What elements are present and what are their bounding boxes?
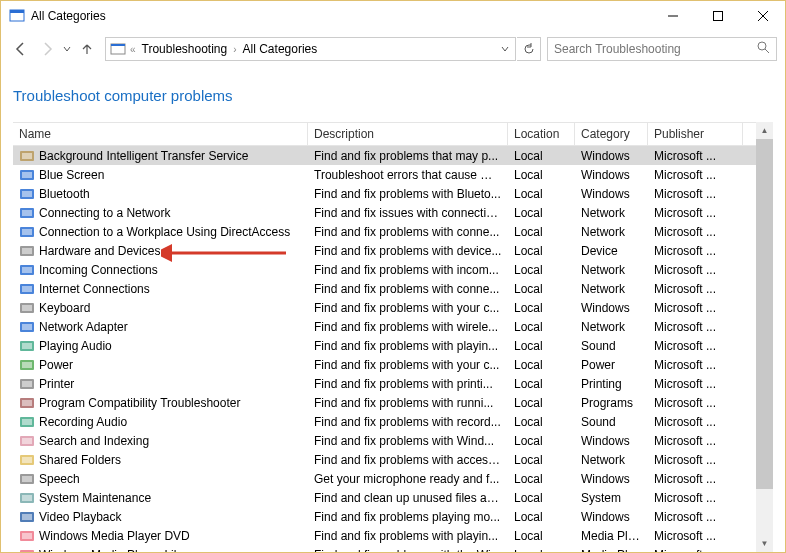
maximize-button[interactable] [695, 1, 740, 31]
page-title: Troubleshoot computer problems [13, 87, 773, 104]
row-pub: Microsoft ... [648, 453, 743, 467]
net-icon [19, 281, 35, 297]
up-button[interactable] [75, 37, 99, 61]
blue-icon [19, 167, 35, 183]
row-cat: System [575, 491, 648, 505]
table-row[interactable]: Internet ConnectionsFind and fix problem… [13, 279, 756, 298]
row-name: Video Playback [39, 510, 122, 524]
svg-line-9 [765, 49, 769, 53]
mic-icon [19, 471, 35, 487]
forward-button[interactable] [35, 37, 59, 61]
svg-point-8 [758, 42, 766, 50]
table-row[interactable]: Playing AudioFind and fix problems with … [13, 336, 756, 355]
row-pub: Microsoft ... [648, 377, 743, 391]
column-location[interactable]: Location [508, 123, 575, 145]
srch-icon [19, 433, 35, 449]
column-name[interactable]: Name [13, 123, 308, 145]
table-row[interactable]: Shared FoldersFind and fix problems with… [13, 450, 756, 469]
scroll-up-button[interactable]: ▲ [756, 122, 773, 139]
row-desc: Find and fix problems with access... [308, 453, 508, 467]
address-bar[interactable]: « Troubleshooting › All Categories [105, 37, 516, 61]
row-desc: Find and fix problems with runni... [308, 396, 508, 410]
row-desc: Find and fix problems with your c... [308, 358, 508, 372]
row-pub: Microsoft ... [648, 434, 743, 448]
row-cat: Media Pla... [575, 529, 648, 543]
table-row[interactable]: Windows Media Player LibraryFind and fix… [13, 545, 756, 552]
row-pub: Microsoft ... [648, 358, 743, 372]
row-cat: Sound [575, 339, 648, 353]
table-row[interactable]: Connecting to a NetworkFind and fix issu… [13, 203, 756, 222]
troubleshooter-list: Name Description Location Category Publi… [13, 122, 756, 552]
svg-rect-41 [22, 438, 32, 444]
table-row[interactable]: Video PlaybackFind and fix problems play… [13, 507, 756, 526]
breadcrumb-root[interactable]: Troubleshooting [140, 42, 230, 56]
snd-icon [19, 414, 35, 430]
row-desc: Find and fix problems with Wind... [308, 434, 508, 448]
table-row[interactable]: SpeechGet your microphone ready and f...… [13, 469, 756, 488]
column-description[interactable]: Description [308, 123, 508, 145]
row-cat: Network [575, 453, 648, 467]
row-cat: Network [575, 320, 648, 334]
table-row[interactable]: BluetoothFind and fix problems with Blue… [13, 184, 756, 203]
svg-rect-21 [22, 248, 32, 254]
row-name: Blue Screen [39, 168, 104, 182]
row-loc: Local [508, 453, 575, 467]
svg-rect-47 [22, 495, 32, 501]
table-row[interactable]: KeyboardFind and fix problems with your … [13, 298, 756, 317]
table-row[interactable]: PowerFind and fix problems with your c..… [13, 355, 756, 374]
control-panel-icon [110, 41, 126, 57]
row-loc: Local [508, 377, 575, 391]
search-input[interactable]: Search Troubleshooting [547, 37, 777, 61]
close-button[interactable] [740, 1, 785, 31]
window-title: All Categories [31, 9, 650, 23]
table-row[interactable]: Search and IndexingFind and fix problems… [13, 431, 756, 450]
row-pub: Microsoft ... [648, 339, 743, 353]
table-row[interactable]: Recording AudioFind and fix problems wit… [13, 412, 756, 431]
refresh-button[interactable] [517, 37, 541, 61]
hw-icon [19, 243, 35, 259]
row-desc: Find and fix problems with Blueto... [308, 187, 508, 201]
recent-locations-button[interactable] [61, 45, 73, 53]
net-icon [19, 224, 35, 240]
row-loc: Local [508, 339, 575, 353]
table-row[interactable]: System MaintenanceFind and clean up unus… [13, 488, 756, 507]
breadcrumb-current[interactable]: All Categories [241, 42, 320, 56]
row-desc: Find and fix problems with device... [308, 244, 508, 258]
row-desc: Find and fix problems with conne... [308, 225, 508, 239]
row-cat: Windows [575, 149, 648, 163]
scroll-down-button[interactable]: ▼ [756, 535, 773, 552]
column-publisher[interactable]: Publisher [648, 123, 743, 145]
row-name: Incoming Connections [39, 263, 158, 277]
table-row[interactable]: Windows Media Player DVDFind and fix pro… [13, 526, 756, 545]
row-pub: Microsoft ... [648, 244, 743, 258]
row-name: Shared Folders [39, 453, 121, 467]
table-row[interactable]: Background Intelligent Transfer ServiceF… [13, 146, 756, 165]
row-desc: Find and fix problems that may p... [308, 149, 508, 163]
column-category[interactable]: Category [575, 123, 648, 145]
snd-icon [19, 338, 35, 354]
svg-rect-49 [22, 514, 32, 520]
back-button[interactable] [9, 37, 33, 61]
scroll-track[interactable] [756, 139, 773, 535]
minimize-button[interactable] [650, 1, 695, 31]
table-row[interactable]: Incoming ConnectionsFind and fix problem… [13, 260, 756, 279]
scrollbar[interactable]: ▲ ▼ [756, 122, 773, 552]
table-row[interactable]: Hardware and DevicesFind and fix problem… [13, 241, 756, 260]
table-row[interactable]: Connection to a Workplace Using DirectAc… [13, 222, 756, 241]
row-loc: Local [508, 472, 575, 486]
table-row[interactable]: PrinterFind and fix problems with printi… [13, 374, 756, 393]
table-row[interactable]: Program Compatibility TroubleshooterFind… [13, 393, 756, 412]
net-icon [19, 262, 35, 278]
pwr-icon [19, 357, 35, 373]
table-row[interactable]: Network AdapterFind and fix problems wit… [13, 317, 756, 336]
row-cat: Windows [575, 472, 648, 486]
svg-rect-29 [22, 324, 32, 330]
row-cat: Network [575, 263, 648, 277]
row-name: System Maintenance [39, 491, 151, 505]
row-loc: Local [508, 187, 575, 201]
table-row[interactable]: Blue ScreenTroubleshoot errors that caus… [13, 165, 756, 184]
row-cat: Device [575, 244, 648, 258]
svg-rect-19 [22, 229, 32, 235]
address-dropdown-icon[interactable] [501, 42, 511, 56]
scroll-thumb[interactable] [756, 139, 773, 489]
